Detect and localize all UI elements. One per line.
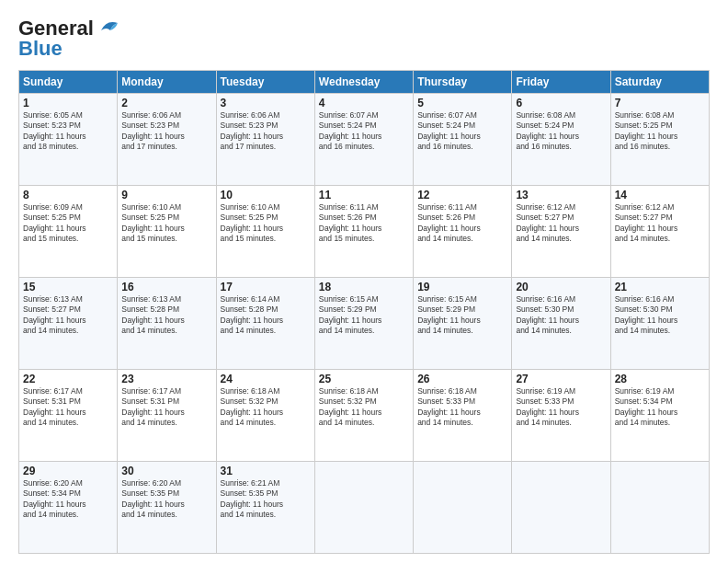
calendar-day-cell [314,462,413,554]
calendar-header-cell: Monday [118,71,216,94]
day-number: 29 [23,465,113,477]
day-info: Sunrise: 6:06 AM Sunset: 5:23 PM Dayligh… [221,110,311,153]
calendar-week-row: 1Sunrise: 6:05 AM Sunset: 5:23 PM Daylig… [19,94,710,186]
day-number: 6 [516,97,606,109]
calendar-day-cell: 30Sunrise: 6:20 AM Sunset: 5:35 PM Dayli… [118,462,216,554]
calendar-day-cell: 9Sunrise: 6:10 AM Sunset: 5:25 PM Daylig… [118,186,216,278]
calendar-day-cell: 7Sunrise: 6:08 AM Sunset: 5:25 PM Daylig… [610,94,709,186]
day-number: 11 [319,189,409,201]
calendar-header-cell: Sunday [19,71,118,94]
page: General Blue SundayMondayTuesdayWednesda… [0,0,728,563]
calendar-day-cell: 27Sunrise: 6:19 AM Sunset: 5:33 PM Dayli… [512,370,610,462]
header: General Blue [18,17,710,61]
calendar-day-cell: 16Sunrise: 6:13 AM Sunset: 5:28 PM Dayli… [118,278,216,370]
calendar-header-cell: Friday [512,71,610,94]
day-info: Sunrise: 6:08 AM Sunset: 5:25 PM Dayligh… [615,110,705,153]
day-info: Sunrise: 6:09 AM Sunset: 5:25 PM Dayligh… [23,202,113,245]
logo-bird-icon [97,17,123,36]
day-number: 31 [221,465,311,477]
calendar-day-cell: 14Sunrise: 6:12 AM Sunset: 5:27 PM Dayli… [610,186,709,278]
day-number: 16 [121,281,211,293]
calendar-day-cell: 12Sunrise: 6:11 AM Sunset: 5:26 PM Dayli… [414,186,512,278]
calendar-header-cell: Wednesday [314,71,413,94]
day-number: 13 [516,189,606,201]
day-number: 26 [417,373,507,385]
calendar-week-row: 29Sunrise: 6:20 AM Sunset: 5:34 PM Dayli… [19,462,710,554]
day-info: Sunrise: 6:13 AM Sunset: 5:27 PM Dayligh… [23,294,113,337]
calendar-day-cell: 19Sunrise: 6:15 AM Sunset: 5:29 PM Dayli… [414,278,512,370]
day-info: Sunrise: 6:07 AM Sunset: 5:24 PM Dayligh… [417,110,507,153]
calendar-day-cell: 22Sunrise: 6:17 AM Sunset: 5:31 PM Dayli… [19,370,118,462]
calendar-day-cell [512,462,610,554]
calendar-day-cell: 6Sunrise: 6:08 AM Sunset: 5:24 PM Daylig… [512,94,610,186]
day-info: Sunrise: 6:07 AM Sunset: 5:24 PM Dayligh… [319,110,409,153]
calendar-week-row: 8Sunrise: 6:09 AM Sunset: 5:25 PM Daylig… [19,186,710,278]
day-number: 8 [23,189,113,201]
day-number: 28 [615,373,705,385]
day-info: Sunrise: 6:17 AM Sunset: 5:31 PM Dayligh… [121,386,211,429]
day-number: 2 [121,97,211,109]
calendar-header-row: SundayMondayTuesdayWednesdayThursdayFrid… [19,71,710,94]
day-info: Sunrise: 6:11 AM Sunset: 5:26 PM Dayligh… [319,202,409,245]
day-info: Sunrise: 6:16 AM Sunset: 5:30 PM Dayligh… [516,294,606,337]
day-number: 15 [23,281,113,293]
day-info: Sunrise: 6:21 AM Sunset: 5:35 PM Dayligh… [221,478,311,521]
calendar-day-cell: 11Sunrise: 6:11 AM Sunset: 5:26 PM Dayli… [314,186,413,278]
day-info: Sunrise: 6:15 AM Sunset: 5:29 PM Dayligh… [319,294,409,337]
calendar-day-cell: 31Sunrise: 6:21 AM Sunset: 5:35 PM Dayli… [216,462,314,554]
calendar-table: SundayMondayTuesdayWednesdayThursdayFrid… [18,70,710,554]
calendar-day-cell: 10Sunrise: 6:10 AM Sunset: 5:25 PM Dayli… [216,186,314,278]
day-info: Sunrise: 6:12 AM Sunset: 5:27 PM Dayligh… [615,202,705,245]
calendar-day-cell [610,462,709,554]
day-info: Sunrise: 6:17 AM Sunset: 5:31 PM Dayligh… [23,386,113,429]
day-info: Sunrise: 6:19 AM Sunset: 5:33 PM Dayligh… [516,386,606,429]
calendar-day-cell: 21Sunrise: 6:16 AM Sunset: 5:30 PM Dayli… [610,278,709,370]
day-info: Sunrise: 6:12 AM Sunset: 5:27 PM Dayligh… [516,202,606,245]
day-info: Sunrise: 6:18 AM Sunset: 5:32 PM Dayligh… [221,386,311,429]
day-info: Sunrise: 6:15 AM Sunset: 5:29 PM Dayligh… [417,294,507,337]
calendar-day-cell: 29Sunrise: 6:20 AM Sunset: 5:34 PM Dayli… [19,462,118,554]
calendar-header-cell: Thursday [414,71,512,94]
calendar-day-cell: 15Sunrise: 6:13 AM Sunset: 5:27 PM Dayli… [19,278,118,370]
calendar-day-cell: 20Sunrise: 6:16 AM Sunset: 5:30 PM Dayli… [512,278,610,370]
day-number: 19 [417,281,507,293]
day-number: 14 [615,189,705,201]
day-number: 10 [221,189,311,201]
calendar-day-cell: 4Sunrise: 6:07 AM Sunset: 5:24 PM Daylig… [314,94,413,186]
day-info: Sunrise: 6:20 AM Sunset: 5:34 PM Dayligh… [23,478,113,521]
calendar-day-cell: 23Sunrise: 6:17 AM Sunset: 5:31 PM Dayli… [118,370,216,462]
calendar-day-cell: 2Sunrise: 6:06 AM Sunset: 5:23 PM Daylig… [118,94,216,186]
day-number: 23 [121,373,211,385]
calendar-day-cell: 13Sunrise: 6:12 AM Sunset: 5:27 PM Dayli… [512,186,610,278]
day-info: Sunrise: 6:18 AM Sunset: 5:32 PM Dayligh… [319,386,409,429]
day-info: Sunrise: 6:08 AM Sunset: 5:24 PM Dayligh… [516,110,606,153]
day-number: 18 [319,281,409,293]
day-number: 9 [121,189,211,201]
day-number: 25 [319,373,409,385]
day-number: 3 [221,97,311,109]
calendar-day-cell: 24Sunrise: 6:18 AM Sunset: 5:32 PM Dayli… [216,370,314,462]
day-number: 12 [417,189,507,201]
day-info: Sunrise: 6:05 AM Sunset: 5:23 PM Dayligh… [23,110,113,153]
day-number: 7 [615,97,705,109]
day-number: 20 [516,281,606,293]
calendar-day-cell: 17Sunrise: 6:14 AM Sunset: 5:28 PM Dayli… [216,278,314,370]
calendar-day-cell: 5Sunrise: 6:07 AM Sunset: 5:24 PM Daylig… [414,94,512,186]
day-number: 21 [615,281,705,293]
calendar-day-cell: 18Sunrise: 6:15 AM Sunset: 5:29 PM Dayli… [314,278,413,370]
day-info: Sunrise: 6:13 AM Sunset: 5:28 PM Dayligh… [121,294,211,337]
calendar-day-cell: 3Sunrise: 6:06 AM Sunset: 5:23 PM Daylig… [216,94,314,186]
day-info: Sunrise: 6:19 AM Sunset: 5:34 PM Dayligh… [615,386,705,429]
calendar-week-row: 15Sunrise: 6:13 AM Sunset: 5:27 PM Dayli… [19,278,710,370]
day-number: 1 [23,97,113,109]
day-number: 30 [121,465,211,477]
day-info: Sunrise: 6:16 AM Sunset: 5:30 PM Dayligh… [615,294,705,337]
calendar-day-cell: 25Sunrise: 6:18 AM Sunset: 5:32 PM Dayli… [314,370,413,462]
day-info: Sunrise: 6:10 AM Sunset: 5:25 PM Dayligh… [121,202,211,245]
day-info: Sunrise: 6:14 AM Sunset: 5:28 PM Dayligh… [221,294,311,337]
day-number: 5 [417,97,507,109]
day-info: Sunrise: 6:18 AM Sunset: 5:33 PM Dayligh… [417,386,507,429]
day-info: Sunrise: 6:11 AM Sunset: 5:26 PM Dayligh… [417,202,507,245]
day-number: 4 [319,97,409,109]
day-number: 24 [221,373,311,385]
